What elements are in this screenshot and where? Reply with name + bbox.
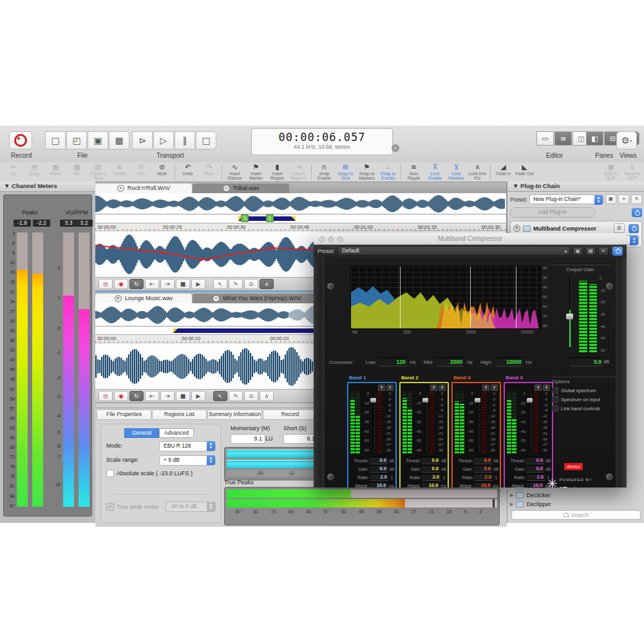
option-toggle[interactable]: Spectrum on input (552, 396, 616, 402)
bottom-panel-tab[interactable]: Summary Information (207, 410, 262, 420)
mini-transport-button[interactable]: ⇤ (145, 279, 159, 289)
slp-button[interactable]: ⇪Send to SLP (621, 162, 643, 182)
mini-transport-button[interactable]: ◉ (114, 391, 128, 401)
fader-handle-icon[interactable] (422, 398, 428, 402)
tab-tribal[interactable]: •Tribal.wav (193, 184, 289, 193)
tab-close-icon[interactable]: ✕ (115, 295, 122, 302)
plugin-list-item[interactable]: ▶Declipper (510, 500, 642, 509)
record-button[interactable] (9, 131, 32, 149)
plugin-titlebar[interactable]: Multiband Compressor (314, 233, 627, 245)
action-button[interactable]: ∴Snap to Events (377, 162, 399, 182)
output-gain-fader[interactable] (566, 278, 574, 350)
zoom-window-button[interactable] (337, 236, 343, 243)
gain-field[interactable]: 0.0 (526, 465, 544, 473)
mini-transport-button[interactable]: ■ (176, 279, 190, 289)
action-button[interactable]: ▩Mix (66, 162, 88, 182)
thresh-field[interactable]: 0.0 (474, 457, 492, 464)
stepper-icon[interactable]: ▲▼ (594, 195, 603, 205)
minimize-window-button[interactable] (328, 236, 334, 243)
close-chain-button[interactable]: ✕ (631, 194, 642, 204)
mini-transport-button[interactable]: ⇥ (160, 279, 175, 289)
action-button[interactable]: ↶Undo (177, 162, 198, 182)
action-button[interactable]: ▧Paste to New (88, 162, 109, 182)
fader-handle-icon[interactable] (475, 398, 480, 402)
time-ruler[interactable]: 00:00:0000:00:1500:00:3000:00:4500:01:00… (95, 223, 506, 232)
segment-button[interactable]: Advanced (159, 428, 194, 438)
action-button[interactable] (175, 164, 175, 180)
stepper-icon[interactable]: ▲▼ (207, 502, 215, 511)
disclosure-triangle-icon[interactable]: ▶ (510, 493, 513, 498)
mini-transport-button[interactable]: ■ (176, 391, 190, 401)
band-bypass-icon[interactable]: ▮ (386, 384, 393, 391)
band-solo-icon[interactable]: ▮ (378, 384, 385, 391)
mini-transport-button[interactable]: ↻ (129, 279, 144, 289)
disclosure-triangle-icon[interactable]: ▶ (510, 502, 513, 507)
mini-transport-button[interactable]: ◎ (99, 279, 113, 289)
fader-handle-icon[interactable] (527, 398, 533, 402)
crossover-high-field[interactable]: 10000 (495, 357, 524, 366)
absolute-scale-checkbox[interactable] (106, 469, 114, 477)
stepper-icon[interactable]: ▲▼ (207, 455, 215, 465)
output-gain-field[interactable]: 0.0 (570, 357, 603, 366)
fader-handle-icon[interactable] (566, 314, 573, 319)
action-button[interactable]: ↷Redo (198, 162, 220, 182)
plugin-power-button[interactable] (629, 224, 639, 233)
band-bypass-icon[interactable]: ▮ (439, 384, 446, 391)
ratio-field[interactable]: 2.0 (475, 473, 493, 481)
ratio-field[interactable]: 2.0 (422, 473, 440, 481)
marker-flag[interactable]: 1 (241, 214, 249, 222)
save-preset-as-button[interactable]: ▦ (585, 247, 596, 256)
plugin-list-item[interactable]: ▶Declicker (510, 491, 642, 500)
fader-handle-icon[interactable] (370, 398, 376, 402)
chain-power-button[interactable] (632, 208, 642, 217)
add-plugin-button[interactable]: Add Plug-In (510, 207, 595, 218)
band-bypass-icon[interactable]: ▮ (543, 384, 550, 391)
band-threshold-fader[interactable] (370, 392, 376, 453)
bottom-panel-tab[interactable]: File Properties (97, 410, 151, 420)
crossover-line-low[interactable] (400, 267, 401, 328)
stepper-icon[interactable]: ▲▼ (630, 236, 638, 245)
tab-rocknroll[interactable]: •Rock'n'Roll.WAV (95, 184, 192, 193)
band-threshold-fader[interactable] (422, 392, 428, 453)
plugin-preset-select[interactable]: Default▲▼ (337, 246, 570, 256)
plugin-search-field[interactable]: Search (511, 510, 641, 520)
delete-preset-button[interactable]: ✕ (598, 247, 609, 256)
crossover-low-field[interactable]: 120 (379, 357, 408, 366)
edit-tool-button[interactable]: ⊙ (244, 391, 258, 401)
action-button[interactable]: ◣Fade Out (514, 162, 535, 182)
action-button[interactable]: ✂Cut (3, 162, 24, 182)
multiband-compressor-window[interactable]: Multiband Compressor Preset: Default▲▼ ▣… (314, 233, 627, 487)
gain-field[interactable]: 0.0 (474, 465, 492, 473)
action-button[interactable] (401, 164, 401, 180)
save-preset-button[interactable]: ▣ (573, 247, 583, 256)
action-button[interactable]: ▮Insert Region (267, 162, 288, 182)
tab-close-icon[interactable]: • (213, 295, 220, 302)
stepper-icon[interactable]: ▲▼ (207, 441, 215, 451)
action-button[interactable] (490, 164, 491, 180)
attack-field[interactable]: 10.0 (526, 482, 544, 488)
band-solo-icon[interactable]: ▮ (482, 384, 489, 391)
band-solo-icon[interactable]: ▮ (430, 384, 437, 391)
chain-preset-select[interactable]: New Plug-in Chain*▲▼ (529, 194, 603, 204)
attack-field[interactable]: 10.0 (370, 482, 387, 488)
led-button-icon[interactable] (552, 405, 558, 412)
time-options-button[interactable]: › (392, 144, 399, 152)
action-button[interactable]: ▤Copy (24, 162, 45, 182)
mini-transport-button[interactable]: ⇥ (160, 391, 175, 401)
thresh-field[interactable]: 0.0 (370, 457, 388, 464)
plugin-chain-header[interactable]: ▼ Plug-In Chain (507, 182, 644, 192)
mini-transport-button[interactable]: ▶ (191, 391, 205, 401)
band-threshold-fader[interactable] (475, 392, 480, 453)
action-button[interactable]: ⊘Mute (151, 162, 173, 182)
edit-tool-button[interactable]: ↖ (213, 391, 227, 401)
edit-tool-button[interactable]: ✎ (229, 391, 243, 401)
action-button[interactable]: ⊞Snap to Grid (335, 162, 356, 182)
action-button[interactable]: ▦Paste (45, 162, 66, 182)
led-button-icon[interactable] (552, 396, 558, 402)
edit-tool-button[interactable]: ⊙ (244, 279, 258, 289)
action-button[interactable]: ⇥Export Regions (288, 162, 309, 182)
band-solo-icon[interactable]: ▮ (535, 384, 542, 391)
led-button-icon[interactable] (552, 387, 558, 393)
option-toggle[interactable]: Global spectrum (552, 387, 616, 393)
views-button[interactable]: ⚙▾ (616, 131, 637, 149)
